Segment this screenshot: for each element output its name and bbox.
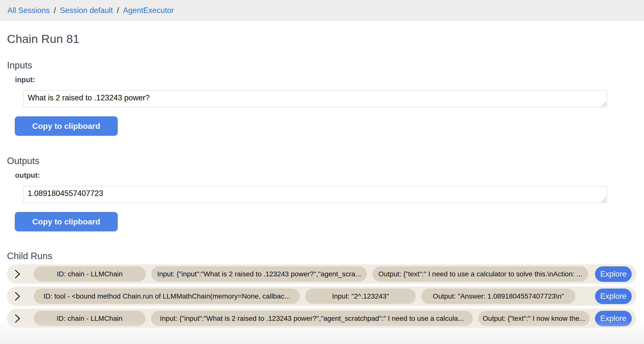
page-title: Chain Run 81 bbox=[7, 32, 644, 46]
copy-input-button[interactable]: Copy to clipboard bbox=[15, 116, 118, 136]
input-value-textarea[interactable]: What is 2 raised to .123243 power? bbox=[24, 90, 607, 107]
run-input-badge: Input: {"input":"What is 2 raised to .12… bbox=[151, 311, 473, 326]
child-run-row: ID: tool - <bound method Chain.run of LL… bbox=[7, 287, 636, 306]
run-output-badge: Output: {"text":" I now know the... bbox=[478, 311, 590, 326]
chevron-right-icon bbox=[14, 314, 21, 324]
child-run-row: ID: chain - LLMChain Input: {"input":"Wh… bbox=[7, 309, 636, 328]
breadcrumb-link-session-default[interactable]: Session default bbox=[60, 6, 113, 15]
expand-row-button[interactable] bbox=[12, 312, 22, 325]
child-run-row: ID: chain - LLMChain Input: {"input":"Wh… bbox=[7, 264, 636, 284]
breadcrumb-separator: / bbox=[54, 6, 56, 15]
input-textarea-wrap: What is 2 raised to .123243 power? bbox=[24, 90, 607, 107]
breadcrumb-link-agent-executor[interactable]: AgentExecutor bbox=[123, 6, 174, 15]
run-output-badge: Output: {"text":" I need to use a calcul… bbox=[372, 266, 588, 282]
copy-output-button[interactable]: Copy to clipboard bbox=[15, 212, 118, 231]
input-field-label: input: bbox=[15, 76, 644, 84]
run-id-badge: ID: chain - LLMChain bbox=[34, 266, 146, 282]
explore-button[interactable]: Explore bbox=[595, 289, 632, 304]
explore-button[interactable]: Explore bbox=[595, 266, 632, 282]
expand-row-button[interactable] bbox=[12, 268, 22, 280]
output-textarea-wrap: 1.0891804557407723 bbox=[24, 186, 607, 203]
outputs-heading: Outputs bbox=[7, 156, 644, 166]
run-input-badge: Input: {"input":"What is 2 raised to .12… bbox=[151, 266, 367, 282]
breadcrumb: All Sessions / Session default / AgentEx… bbox=[0, 0, 644, 21]
child-runs-heading: Child Runs bbox=[7, 251, 644, 261]
run-id-badge: ID: tool - <bound method Chain.run of LL… bbox=[34, 289, 300, 304]
inputs-heading: Inputs bbox=[7, 60, 644, 71]
breadcrumb-separator: / bbox=[117, 6, 119, 15]
chevron-right-icon bbox=[14, 291, 21, 301]
breadcrumb-link-all-sessions[interactable]: All Sessions bbox=[8, 6, 50, 15]
child-runs-list: ID: chain - LLMChain Input: {"input":"Wh… bbox=[7, 264, 644, 328]
chevron-right-icon bbox=[14, 269, 21, 279]
main-content: Chain Run 81 Inputs input: What is 2 rai… bbox=[0, 32, 644, 328]
run-output-badge: Output: "Answer: 1.0891804557407723\n" bbox=[421, 289, 576, 304]
expand-row-button[interactable] bbox=[12, 290, 22, 303]
output-field-label: output: bbox=[15, 171, 644, 179]
run-input-badge: Input: "2^.123243" bbox=[305, 289, 416, 304]
output-value-textarea[interactable]: 1.0891804557407723 bbox=[24, 186, 607, 203]
run-id-badge: ID: chain - LLMChain bbox=[34, 311, 146, 326]
explore-button[interactable]: Explore bbox=[595, 311, 632, 326]
